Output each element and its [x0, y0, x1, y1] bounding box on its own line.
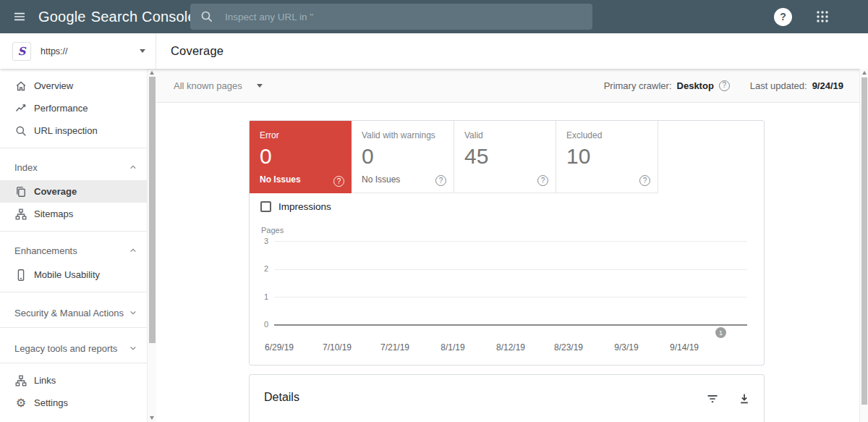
sidebar-section-security[interactable]: Security & Manual Actions [0, 298, 147, 327]
x-tick: 9/3/19 [614, 342, 638, 353]
sidebar-item-performance[interactable]: Performance [0, 97, 147, 119]
sidebar-item-mobile-usability[interactable]: Mobile Usability [0, 263, 147, 286]
question-circle-icon[interactable]: ? [537, 175, 548, 186]
x-tick: 8/1/19 [441, 342, 464, 353]
scroll-down-icon[interactable] [150, 416, 154, 420]
impressions-toggle[interactable]: Impressions [260, 201, 331, 212]
sitemap-tree-icon [14, 208, 27, 221]
coverage-chart: 3 2 1 0 1 6/29/19 7/10/19 7/21/19 8/1/19… [274, 241, 747, 325]
report-toolbar: All known pages Primary crawler: Desktop… [156, 69, 859, 103]
details-panel: Details [249, 374, 765, 422]
sidebar-item-links[interactable]: Links [0, 369, 147, 392]
sidebar-item-url-inspection[interactable]: URL inspection [0, 119, 147, 142]
last-updated-label: Last updated: [750, 80, 807, 91]
scroll-up-icon[interactable] [862, 71, 867, 75]
sidebar-item-label: Mobile Usability [34, 269, 100, 280]
property-icon: S [12, 42, 31, 61]
search-input[interactable] [224, 11, 582, 23]
links-tree-icon [14, 374, 27, 387]
y-tick: 3 [245, 237, 268, 245]
scope-filter-dropdown[interactable]: All known pages [174, 80, 263, 91]
scope-filter-label: All known pages [174, 80, 242, 91]
url-inspect-searchbar[interactable] [190, 4, 592, 30]
card-value: 0 [362, 145, 443, 167]
property-selector[interactable]: S https:// [0, 33, 156, 69]
sidebar-item-coverage[interactable]: Coverage [0, 180, 147, 203]
details-title: Details [264, 391, 764, 404]
card-label: Excluded [566, 130, 647, 140]
logo-search-console: Search Console [91, 9, 196, 25]
sidebar-section-legacy[interactable]: Legacy tools and reports [0, 334, 147, 363]
divider [0, 292, 147, 292]
filter-icon[interactable] [706, 392, 719, 405]
primary-crawler-label: Primary crawler: [604, 80, 672, 91]
help-icon[interactable]: ? [774, 8, 792, 26]
download-icon[interactable] [738, 392, 751, 405]
gridline [274, 269, 747, 270]
x-tick: 6/29/19 [265, 342, 294, 353]
apps-grid-icon[interactable] [816, 10, 829, 23]
question-circle-icon[interactable]: ? [719, 80, 730, 91]
chart-marker-badge[interactable]: 1 [715, 327, 726, 338]
smartphone-icon [14, 269, 27, 282]
card-valid[interactable]: Valid 45 ? [454, 121, 556, 193]
sidebar-scrollbar-thumb[interactable] [149, 77, 156, 343]
card-excluded[interactable]: Excluded 10 ? [556, 121, 658, 193]
sidebar-scrollbar[interactable] [147, 69, 156, 422]
status-cards: Error 0 No Issues ? Valid with warnings … [250, 121, 764, 193]
home-icon [14, 80, 27, 93]
question-circle-icon[interactable]: ? [639, 175, 650, 186]
impressions-checkbox[interactable] [260, 201, 271, 212]
gear-icon: ⚙ [14, 397, 27, 410]
app-logo: Google Search Console [38, 9, 196, 25]
chevron-down-icon [129, 344, 137, 353]
sidebar-item-overview[interactable]: Overview [0, 75, 147, 97]
cards-empty-area [658, 121, 764, 193]
main-scrollbar-thumb[interactable] [861, 77, 867, 405]
last-updated-value: 9/24/19 [812, 80, 843, 91]
card-value: 0 [260, 145, 341, 167]
topbar-actions: ? [774, 0, 829, 33]
card-label: Error [260, 130, 341, 140]
sidebar-section-enhancements[interactable]: Enhancements [0, 237, 147, 263]
section-label: Legacy tools and reports [14, 343, 117, 354]
scroll-up-icon[interactable] [150, 71, 154, 75]
card-sub: No Issues [260, 174, 341, 185]
sidebar-item-label: Settings [34, 397, 68, 408]
card-valid-with-warnings[interactable]: Valid with warnings 0 No Issues ? [352, 121, 454, 193]
menu-icon[interactable] [12, 10, 27, 23]
sidebar-item-sitemaps[interactable]: Sitemaps [0, 203, 147, 225]
sidebar-item-label: URL inspection [34, 125, 98, 136]
question-circle-icon[interactable]: ? [435, 175, 446, 186]
card-value: 10 [566, 145, 647, 167]
main-scrollbar[interactable] [859, 69, 868, 422]
chevron-down-icon [129, 308, 137, 317]
sidebar-item-label: Links [34, 375, 56, 386]
x-tick: 8/12/19 [496, 342, 525, 353]
page-header-row: S https:// Coverage [0, 33, 868, 69]
magnifier-icon [14, 125, 27, 138]
sidebar-nav: Overview Performance URL inspection Inde… [0, 69, 147, 422]
x-tick: 7/10/19 [323, 342, 352, 353]
sidebar-item-settings[interactable]: ⚙ Settings [0, 392, 147, 414]
sidebar-item-label: Sitemaps [34, 208, 73, 219]
sidebar: Overview Performance URL inspection Inde… [0, 69, 147, 422]
divider [0, 148, 147, 148]
property-url: https:// [41, 46, 68, 56]
search-icon [200, 10, 213, 23]
impressions-label: Impressions [278, 201, 331, 212]
divider [0, 363, 147, 363]
pages-icon [14, 185, 27, 198]
divider [0, 231, 147, 232]
primary-crawler-value: Desktop [677, 80, 714, 91]
sidebar-section-index[interactable]: Index [0, 154, 147, 180]
sidebar-item-label: Overview [34, 80, 73, 91]
card-error[interactable]: Error 0 No Issues ? [250, 121, 352, 193]
question-circle-icon[interactable]: ? [333, 176, 344, 187]
main-content: All known pages Primary crawler: Desktop… [156, 69, 859, 422]
pages-series-line [274, 324, 747, 326]
card-sub: No Issues [362, 174, 443, 185]
y-tick: 2 [245, 264, 268, 273]
card-label: Valid with warnings [362, 130, 443, 140]
sidebar-item-label: Coverage [34, 186, 77, 197]
